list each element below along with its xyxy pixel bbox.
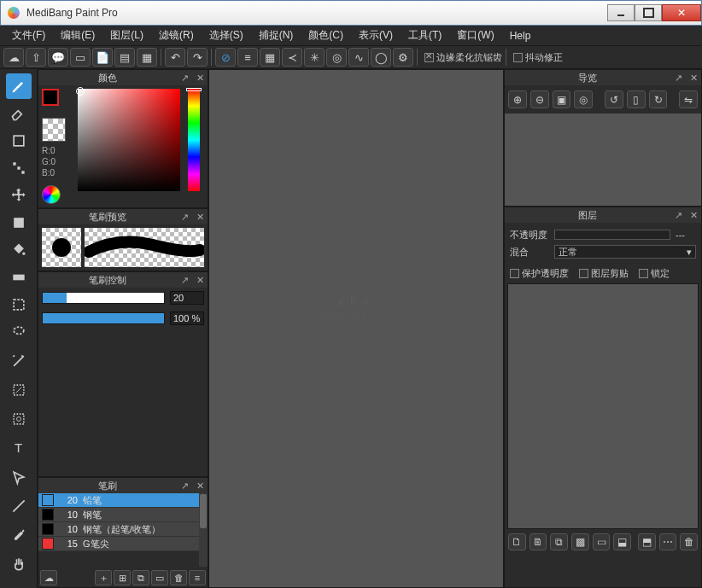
menu-window[interactable]: 窗口(W) [450, 26, 500, 44]
color-swatch[interactable] [42, 89, 67, 114]
tool-text[interactable]: T [6, 435, 32, 461]
folder-icon[interactable]: ▭ [151, 570, 168, 585]
snap-grid-icon[interactable]: ▦ [260, 48, 280, 67]
close-icon[interactable]: ✕ [688, 73, 699, 83]
snap-ellipse-icon[interactable]: ◯ [371, 48, 391, 67]
tool-move[interactable] [6, 183, 32, 208]
share-icon[interactable]: ⇧ [26, 48, 46, 67]
undock-icon[interactable]: ↗ [179, 212, 190, 222]
snap-curve-icon[interactable]: ∿ [348, 48, 369, 67]
tool-operation[interactable] [6, 464, 32, 490]
close-icon[interactable]: ✕ [195, 212, 205, 222]
brush-item[interactable]: 10钢笔（起笔/收笔） [38, 522, 208, 537]
menu-tool[interactable]: 工具(T) [401, 26, 448, 44]
new-layer-menu-icon[interactable]: 🗎 [529, 533, 547, 550]
brush-item[interactable]: 20铅笔 [38, 493, 208, 508]
snap-off-icon[interactable]: ⊘ [215, 48, 236, 67]
layer-settings-icon[interactable]: ⬒ [638, 533, 656, 550]
color-wheel-icon[interactable] [42, 185, 61, 204]
zoom-out-icon[interactable]: ⊖ [530, 90, 549, 108]
duplicate-brush-icon[interactable]: ⧉ [132, 570, 149, 585]
tool-magic-wand[interactable] [6, 348, 32, 374]
rotate-ccw-icon[interactable]: ↺ [605, 90, 623, 108]
add-group-icon[interactable]: ⊞ [114, 570, 131, 585]
snap-focus-icon[interactable]: ◎ [326, 48, 347, 67]
merge-down-icon[interactable]: ⬓ [613, 533, 631, 550]
snap-settings-icon[interactable]: ⚙ [393, 48, 413, 67]
tool-fill[interactable] [6, 210, 32, 236]
brush-size-value[interactable]: 20 [170, 291, 204, 305]
close-icon[interactable]: ✕ [195, 73, 205, 83]
brush-item[interactable]: 10钢笔 [38, 508, 208, 522]
cloud-icon[interactable]: ☁ [3, 48, 24, 67]
menu-layer[interactable]: 图层(L) [103, 26, 150, 44]
snap-parallel-icon[interactable]: ≡ [237, 48, 258, 67]
more-icon[interactable]: ⋯ [659, 533, 677, 550]
tool-bucket[interactable] [6, 237, 32, 263]
undock-icon[interactable]: ↗ [179, 73, 190, 83]
brush-opacity-slider[interactable] [42, 312, 165, 324]
grid-panel-icon[interactable]: ▦ [137, 48, 157, 67]
menu-file[interactable]: 文件(F) [5, 26, 52, 44]
layer-list[interactable] [507, 283, 699, 529]
menu-filter[interactable]: 滤镜(R) [152, 26, 201, 44]
brush-item[interactable]: 15G笔尖 [38, 537, 208, 551]
tool-gradient[interactable] [6, 265, 32, 290]
folder-icon[interactable]: ▭ [593, 533, 611, 550]
canvas[interactable]: KKXwww.kkx.net [208, 69, 504, 588]
brush-settings-icon[interactable]: ≡ [189, 570, 206, 585]
tool-brush[interactable] [6, 73, 32, 99]
brush-list[interactable]: 20铅笔10钢笔10钢笔（起笔/收笔）15G笔尖 [38, 493, 208, 567]
message-icon[interactable]: ▭ [70, 48, 91, 67]
undock-icon[interactable]: ↗ [673, 210, 683, 220]
protect-alpha-checkbox[interactable]: 保护透明度 [510, 267, 569, 280]
snap-vanish-icon[interactable]: ≺ [282, 48, 302, 67]
tool-eyedropper[interactable] [6, 522, 32, 548]
undock-icon[interactable]: ↗ [673, 73, 683, 83]
cloud-brush-icon[interactable]: ☁ [40, 570, 57, 585]
tool-select-pen[interactable] [6, 377, 32, 403]
zoom-in-icon[interactable]: ⊕ [508, 90, 527, 108]
tool-dot[interactable] [6, 155, 32, 181]
scrollbar[interactable] [199, 493, 208, 567]
menu-edit[interactable]: 编辑(E) [54, 26, 102, 44]
undock-icon[interactable]: ↗ [179, 275, 190, 285]
blend-mode-select[interactable]: 正常▾ [554, 245, 696, 259]
close-icon[interactable]: ✕ [195, 275, 205, 285]
minimize-button[interactable] [607, 4, 635, 21]
tool-lasso[interactable] [6, 319, 32, 345]
zoom-actual-icon[interactable]: ◎ [574, 90, 593, 108]
tool-select-rect[interactable] [6, 292, 32, 317]
hue-slider[interactable] [188, 89, 200, 191]
undock-icon[interactable]: ↗ [179, 480, 190, 491]
snap-radial-icon[interactable]: ✳ [304, 48, 325, 67]
clipping-checkbox[interactable]: 图层剪贴 [579, 267, 629, 280]
navigator-view[interactable] [505, 114, 701, 206]
add-brush-icon[interactable]: ＋ [95, 570, 112, 585]
tool-hand[interactable] [6, 551, 32, 577]
undo-icon[interactable]: ↶ [165, 48, 185, 67]
layer-opacity-slider[interactable] [554, 230, 670, 240]
trash-icon[interactable]: 🗑 [170, 570, 187, 585]
panel-icon[interactable]: ▤ [114, 48, 135, 67]
document-icon[interactable]: 📄 [92, 48, 113, 67]
new-layer-icon[interactable]: 🗋 [508, 533, 526, 550]
transparent-swatch[interactable] [42, 118, 66, 142]
close-icon[interactable]: ✕ [195, 480, 205, 491]
menu-select[interactable]: 选择(S) [202, 26, 250, 44]
rotate-cw-icon[interactable]: ↻ [649, 90, 668, 108]
mask-icon[interactable]: ▩ [571, 533, 589, 550]
menu-view[interactable]: 表示(V) [352, 26, 400, 44]
duplicate-layer-icon[interactable]: ⧉ [550, 533, 568, 550]
lock-checkbox[interactable]: 锁定 [639, 267, 670, 280]
close-button[interactable] [662, 4, 701, 21]
menu-snap[interactable]: 捕捉(N) [252, 26, 301, 44]
brush-opacity-value[interactable]: 100 % [170, 311, 204, 325]
zoom-fit-icon[interactable]: ▣ [553, 90, 571, 108]
redo-icon[interactable]: ↷ [187, 48, 208, 67]
tool-shape[interactable] [6, 128, 32, 154]
jitter-correction-checkbox[interactable]: 抖动修正 [513, 51, 563, 64]
brush-size-slider[interactable] [42, 292, 165, 304]
mirror-icon[interactable]: ⇋ [679, 90, 698, 108]
color-sv-picker[interactable] [78, 89, 180, 191]
